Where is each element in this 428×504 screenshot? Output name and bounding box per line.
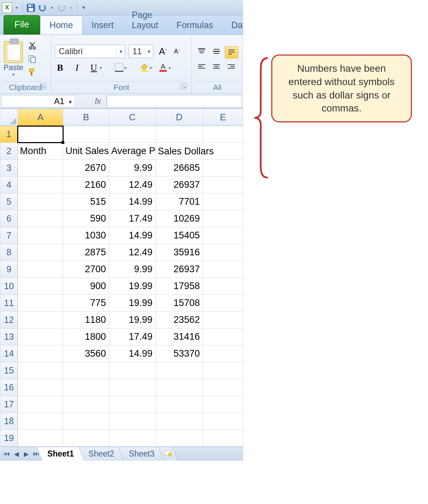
borders-button[interactable] [115, 63, 124, 73]
cell-B17[interactable] [63, 396, 109, 413]
name-box[interactable]: A1 ▼ [1, 95, 75, 107]
cell-A13[interactable] [18, 328, 63, 345]
cell-B6[interactable]: 590 [63, 210, 109, 227]
tab-data[interactable]: Data [222, 16, 243, 34]
cell-D13[interactable]: 31416 [156, 328, 203, 345]
align-top-button[interactable] [195, 46, 208, 56]
chevron-down-icon[interactable]: ▼ [68, 99, 73, 105]
cell-D18[interactable] [156, 413, 203, 430]
tab-file[interactable]: File [4, 15, 40, 34]
cell-D10[interactable]: 17958 [156, 278, 203, 295]
row-header-11[interactable]: 11 [0, 295, 18, 312]
cell-C12[interactable]: 19.99 [109, 312, 156, 328]
cell-A2[interactable]: Month [18, 143, 63, 160]
cell-A11[interactable] [18, 295, 63, 312]
cell-A3[interactable] [18, 160, 63, 177]
select-all-corner[interactable] [0, 109, 18, 126]
sheet-tab-sheet1[interactable]: Sheet1 [37, 447, 85, 461]
cell-E4[interactable] [203, 177, 243, 193]
cell-D11[interactable]: 15708 [156, 295, 203, 312]
cell-E14[interactable] [203, 345, 243, 362]
font-launcher[interactable]: ↘ [181, 84, 187, 89]
col-header-E[interactable]: E [203, 109, 243, 126]
cell-E19[interactable] [203, 430, 243, 447]
row-header-14[interactable]: 14 [0, 345, 18, 362]
cell-D4[interactable]: 26937 [156, 177, 203, 193]
borders-dropdown[interactable]: ▾ [124, 65, 127, 70]
save-button[interactable] [26, 3, 35, 12]
cell-C14[interactable]: 14.99 [109, 345, 156, 362]
cell-C5[interactable]: 14.99 [109, 193, 156, 210]
cell-C6[interactable]: 17.49 [109, 210, 156, 227]
cell-A5[interactable] [18, 193, 63, 210]
cell-C19[interactable] [109, 430, 156, 447]
cell-D12[interactable]: 23562 [156, 312, 203, 328]
cell-A4[interactable] [18, 177, 63, 193]
fill-color-button[interactable] [139, 62, 149, 74]
fill-color-dropdown[interactable]: ▾ [150, 65, 152, 70]
cell-E1[interactable] [203, 126, 243, 143]
cell-B12[interactable]: 1180 [63, 312, 109, 328]
row-header-9[interactable]: 9 [0, 261, 18, 278]
cell-B2[interactable]: Unit Sales [63, 143, 109, 160]
cell-A9[interactable] [18, 261, 63, 278]
cell-D7[interactable]: 15405 [156, 227, 203, 244]
cell-B3[interactable]: 2670 [63, 160, 109, 177]
font-name-combo[interactable]: Calibri ▾ [55, 45, 125, 58]
cell-A19[interactable] [18, 430, 63, 447]
cell-A16[interactable] [18, 379, 63, 396]
cell-B7[interactable]: 1030 [63, 227, 109, 244]
cell-D5[interactable]: 7701 [156, 193, 203, 210]
cell-C3[interactable]: 9.99 [109, 160, 156, 177]
cell-D19[interactable] [156, 430, 203, 447]
tab-formulas[interactable]: Formulas [167, 16, 222, 34]
cell-B11[interactable]: 775 [63, 295, 109, 312]
row-header-2[interactable]: 2 [0, 143, 18, 160]
cell-D2[interactable]: Sales Dollars [156, 143, 203, 160]
col-header-B[interactable]: B [63, 109, 109, 126]
cell-E3[interactable] [203, 160, 243, 177]
shrink-font-button[interactable]: A˅ [171, 45, 183, 58]
cell-A1[interactable] [18, 126, 63, 143]
cell-A8[interactable] [18, 244, 63, 261]
row-header-5[interactable]: 5 [0, 193, 18, 210]
cell-E18[interactable] [203, 413, 243, 430]
undo-button[interactable] [38, 3, 47, 13]
cut-button[interactable] [27, 40, 38, 51]
cell-C17[interactable] [109, 396, 156, 413]
cell-B18[interactable] [63, 413, 109, 430]
row-header-15[interactable]: 15 [0, 362, 18, 379]
cell-A18[interactable] [18, 413, 63, 430]
sheet-tab-sheet3[interactable]: Sheet3 [118, 447, 166, 461]
row-header-18[interactable]: 18 [0, 413, 18, 430]
format-painter-button[interactable] [27, 67, 38, 78]
prev-sheet-button[interactable]: ◀ [12, 449, 21, 459]
row-header-16[interactable]: 16 [0, 379, 18, 396]
row-header-4[interactable]: 4 [0, 177, 18, 193]
cell-B1[interactable] [63, 126, 109, 143]
chevron-down-icon[interactable]: ▾ [144, 48, 153, 55]
next-sheet-button[interactable]: ▶ [22, 449, 31, 459]
cell-E10[interactable] [203, 278, 243, 295]
insert-function-button[interactable]: fx [89, 95, 107, 107]
cell-C1[interactable] [109, 126, 156, 143]
cell-E8[interactable] [203, 244, 243, 261]
cell-A10[interactable] [18, 278, 63, 295]
formula-input[interactable] [107, 95, 242, 107]
row-header-8[interactable]: 8 [0, 244, 18, 261]
cell-E16[interactable] [203, 379, 243, 396]
cell-E15[interactable] [203, 362, 243, 379]
cell-D3[interactable]: 26685 [156, 160, 203, 177]
cell-A6[interactable] [18, 210, 63, 227]
cell-E13[interactable] [203, 328, 243, 345]
cell-A12[interactable] [18, 312, 63, 328]
redo-button[interactable] [57, 3, 66, 13]
worksheet-grid[interactable]: A B C D E 12MonthUnit SalesAverage PSale… [0, 109, 243, 447]
grow-font-button[interactable]: A˄ [157, 45, 169, 58]
cell-C16[interactable] [109, 379, 156, 396]
row-header-6[interactable]: 6 [0, 210, 18, 227]
row-header-3[interactable]: 3 [0, 160, 18, 177]
cell-B19[interactable] [63, 430, 109, 447]
customize-qat[interactable]: ▾ [81, 4, 86, 11]
cell-B14[interactable]: 3560 [63, 345, 109, 362]
